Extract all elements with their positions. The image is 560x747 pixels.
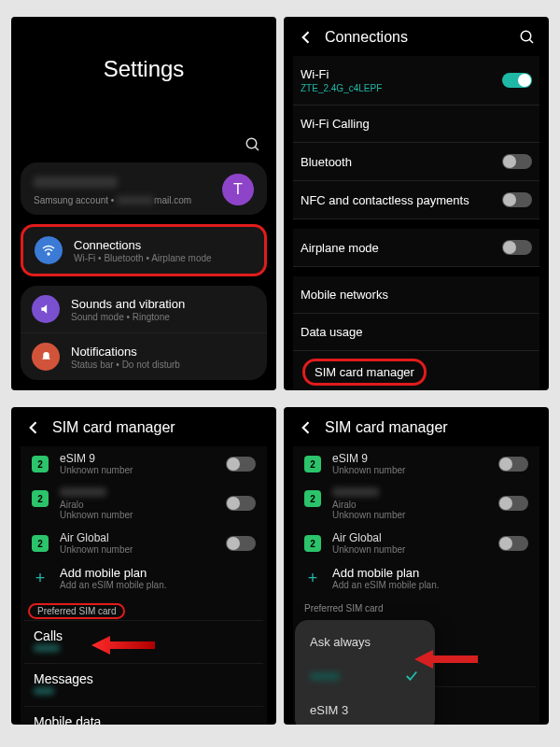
sim-toggle[interactable] [226, 496, 256, 511]
plus-icon: + [32, 569, 49, 588]
wifi-toggle[interactable] [502, 73, 532, 88]
preferred-sim-label: Preferred SIM card [297, 596, 536, 615]
search-icon[interactable] [519, 29, 536, 46]
sim-row[interactable]: 2Air GlobalUnknown number [24, 526, 263, 560]
sim-row[interactable]: 2eSIM 9Unknown number [24, 446, 263, 481]
page-title: Settings [21, 56, 267, 82]
sim-toggle[interactable] [498, 457, 528, 472]
add-plan-row[interactable]: +Add mobile planAdd an eSIM mobile plan. [297, 560, 536, 596]
sim-select-popup: Ask always eSIM 3 [295, 620, 435, 725]
back-icon[interactable] [297, 28, 315, 47]
mobile-data-row[interactable]: Mobile dataeSIM 3 [24, 706, 263, 725]
sim-toggle[interactable] [226, 457, 256, 472]
sim-row[interactable]: 2AiraloUnknown number [297, 481, 536, 526]
wifi-calling-row[interactable]: Wi-Fi Calling [293, 106, 539, 143]
bell-icon [32, 343, 60, 371]
preferred-sim-label: Preferred SIM card [28, 603, 125, 619]
sim-row[interactable]: 2eSIM 9Unknown number [297, 446, 536, 481]
calls-row[interactable]: Calls [24, 620, 263, 663]
sound-icon [32, 295, 60, 323]
page-title: Connections [325, 29, 408, 46]
svg-line-4 [529, 39, 533, 43]
svg-point-2 [48, 253, 49, 255]
row-sub: Wi-Fi • Bluetooth • Airplane mode [74, 253, 253, 263]
plus-icon: + [304, 569, 321, 588]
nfc-row[interactable]: NFC and contactless payments [293, 181, 539, 219]
panel-connections: Connections Wi-FiZTE_2.4G_c4LEPF Wi-Fi C… [284, 17, 549, 390]
notifications-row[interactable]: Notifications Status bar • Do not distur… [21, 332, 267, 380]
add-plan-row[interactable]: +Add mobile planAdd an eSIM mobile plan. [24, 560, 263, 596]
data-usage-row[interactable]: Data usage [293, 314, 539, 351]
wifi-icon [35, 236, 63, 264]
sim-row[interactable]: 2AiraloUnknown number [24, 481, 263, 526]
svg-point-3 [521, 31, 531, 41]
svg-point-0 [246, 138, 257, 148]
panel-settings-home: Settings Samsung account • mail.com T Co… [11, 17, 276, 390]
mobile-networks-row[interactable]: Mobile networks [293, 276, 539, 314]
messages-row[interactable]: Messages [24, 663, 263, 706]
page-title: SIM card manager [52, 419, 175, 436]
account-sub: Samsung account • mail.com [34, 195, 222, 205]
back-icon[interactable] [24, 418, 43, 437]
page-title: SIM card manager [325, 419, 448, 436]
nfc-toggle[interactable] [502, 192, 532, 207]
check-icon [403, 668, 420, 684]
search-icon[interactable] [245, 136, 261, 153]
sim-toggle[interactable] [498, 536, 528, 551]
panel-sim-manager-a: SIM card manager 2eSIM 9Unknown number 2… [11, 407, 276, 725]
highlight: SIM card manager [302, 359, 427, 386]
popup-option[interactable]: Ask always [295, 626, 435, 658]
popup-option-selected[interactable] [295, 658, 435, 694]
account-name-redacted [34, 176, 118, 188]
bluetooth-row[interactable]: Bluetooth [293, 143, 539, 181]
wifi-row[interactable]: Wi-FiZTE_2.4G_c4LEPF [293, 56, 539, 106]
account-row[interactable]: Samsung account • mail.com T [21, 162, 267, 215]
popup-option[interactable]: eSIM 3 [295, 694, 435, 725]
sim-toggle[interactable] [498, 496, 528, 511]
panel-sim-manager-b: SIM card manager 2eSIM 9Unknown number 2… [284, 407, 549, 725]
connections-row[interactable]: Connections Wi-Fi • Bluetooth • Airplane… [23, 227, 264, 274]
sim-row[interactable]: 2Air GlobalUnknown number [297, 526, 536, 560]
airplane-toggle[interactable] [502, 240, 532, 255]
row-title: Connections [74, 238, 253, 252]
airplane-row[interactable]: Airplane mode [293, 229, 539, 267]
sim-toggle[interactable] [226, 536, 256, 551]
svg-line-1 [255, 147, 259, 150]
back-icon[interactable] [297, 418, 315, 437]
sounds-row[interactable]: Sounds and vibration Sound mode • Ringto… [21, 286, 267, 332]
avatar[interactable]: T [222, 174, 254, 205]
sim-manager-row[interactable]: SIM card manager [293, 351, 539, 390]
bluetooth-toggle[interactable] [502, 154, 532, 169]
